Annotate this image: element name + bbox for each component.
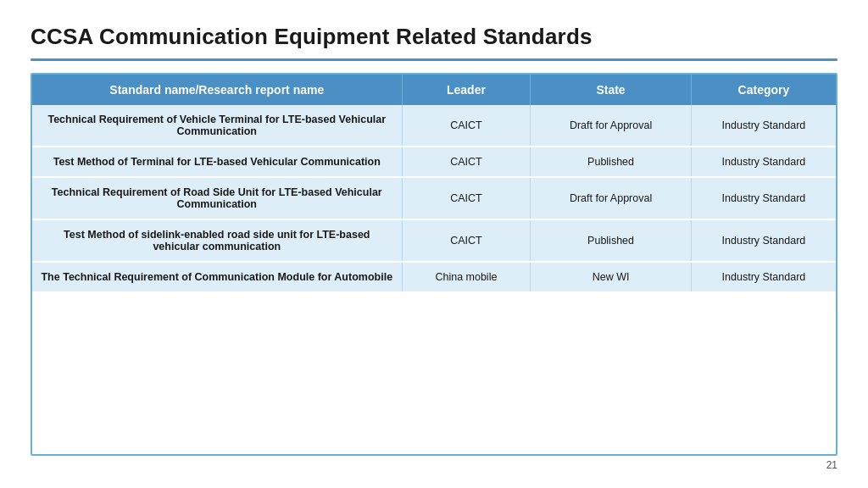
header-category: Category [691,75,836,105]
cell-state: New WI [531,262,692,291]
cell-leader: CAICT [402,147,531,177]
cell-name: The Technical Requirement of Communicati… [32,262,402,291]
cell-category: Industry Standard [691,219,836,262]
cell-leader: CAICT [402,219,531,262]
cell-category: Industry Standard [691,262,836,291]
cell-state: Published [531,219,692,262]
table-header-row: Standard name/Research report name Leade… [32,75,836,105]
cell-leader: CAICT [402,105,531,147]
cell-category: Industry Standard [691,177,836,219]
header-state: State [531,75,692,105]
cell-name: Test Method of sidelink-enabled road sid… [32,219,402,262]
page: CCSA Communication Equipment Related Sta… [0,0,868,488]
cell-name: Technical Requirement of Road Side Unit … [32,177,402,219]
header-leader: Leader [402,75,531,105]
cell-name: Test Method of Terminal for LTE-based Ve… [32,147,402,177]
title-underline [31,58,837,61]
cell-leader: China mobile [402,262,531,291]
cell-state: Draft for Approval [531,105,692,147]
cell-category: Industry Standard [691,147,836,177]
table-row: Technical Requirement of Vehicle Termina… [32,105,836,147]
cell-name: Technical Requirement of Vehicle Termina… [32,105,402,147]
table-row: The Technical Requirement of Communicati… [32,262,836,291]
table-row: Test Method of sidelink-enabled road sid… [32,219,836,262]
table-row: Technical Requirement of Road Side Unit … [32,177,836,219]
cell-leader: CAICT [402,177,531,219]
page-number: 21 [31,456,837,471]
cell-category: Industry Standard [691,105,836,147]
standards-table: Standard name/Research report name Leade… [32,75,836,291]
table-row: Test Method of Terminal for LTE-based Ve… [32,147,836,177]
page-title: CCSA Communication Equipment Related Sta… [31,24,837,50]
cell-state: Published [531,147,692,177]
standards-table-wrapper: Standard name/Research report name Leade… [31,73,837,456]
cell-state: Draft for Approval [531,177,692,219]
header-name: Standard name/Research report name [32,75,402,105]
